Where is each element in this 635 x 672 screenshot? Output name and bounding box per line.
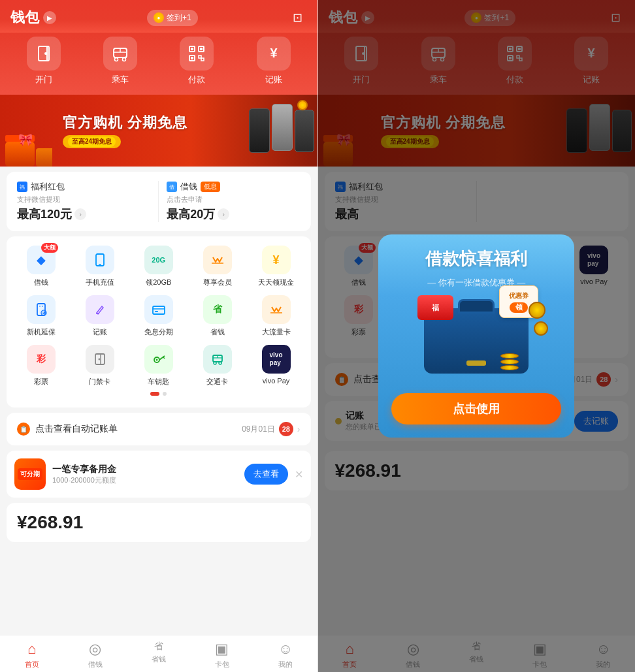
quick-action-pay[interactable]: 付款: [177, 37, 216, 86]
interest-free-icon: [144, 295, 173, 324]
left-bill-section[interactable]: 📋 点击查看自动记账单 09月01日 28 ›: [7, 413, 311, 445]
service-bookkeep[interactable]: 记账: [71, 295, 129, 337]
vivo-pay-icon: vivopay: [262, 345, 291, 374]
promo-btn[interactable]: 去查看: [244, 464, 288, 485]
svg-point-34: [155, 359, 157, 361]
service-vip[interactable]: 尊享会员: [188, 246, 247, 287]
service-transit[interactable]: 交通卡: [188, 345, 247, 387]
service-newphone[interactable]: 新机延保: [12, 295, 71, 337]
bus-icon: [103, 37, 137, 71]
left-amount-section: ¥268.91: [7, 503, 311, 542]
interest-free-label: 免息分期: [144, 327, 173, 337]
left-welfare-card[interactable]: 福 福利红包 支持微信提现 最高120元 ›: [17, 181, 159, 222]
left-checkin-text: 签到+1: [167, 12, 191, 24]
bill-left: 📋 点击查看自动记账单: [17, 423, 118, 436]
loan-card-header: 借 借钱 低息: [167, 181, 300, 193]
daily-cash-icon: ¥: [262, 246, 291, 274]
save-icon: 省: [203, 295, 232, 324]
ledger-label: 记账: [265, 74, 282, 86]
promo-close-icon[interactable]: ✕: [295, 468, 303, 481]
loan-image-area: 福 优惠券 领: [411, 295, 542, 387]
left-loan-card[interactable]: 借 借钱 低息 点击去申请 最高20万 ›: [167, 181, 300, 222]
left-dots-indicator: [12, 387, 306, 398]
nav-mine[interactable]: ☺ 我的: [253, 641, 317, 669]
left-banner[interactable]: 🎀 官方购机 分期免息 至高24期免息: [0, 95, 318, 167]
nav-home[interactable]: ⌂ 首页: [0, 641, 63, 669]
quick-action-bus[interactable]: 乘车: [101, 37, 140, 86]
daily-cash-label: 天天领现金: [258, 278, 294, 287]
newphone-icon: [27, 295, 56, 324]
service-save[interactable]: 省 省钱: [188, 295, 247, 337]
loan-arrow: ›: [218, 208, 229, 220]
dot-2: [163, 392, 167, 396]
bill-count: 28: [279, 422, 293, 436]
loan-coins-right: [529, 302, 548, 336]
bill-arrow-icon: ›: [297, 424, 301, 434]
service-door-card[interactable]: 门禁卡: [71, 345, 129, 387]
svg-rect-14: [200, 48, 203, 50]
nav-loan[interactable]: ◎ 借钱: [63, 641, 127, 669]
service-big-data[interactable]: 大流量卡: [247, 295, 306, 337]
big-data-label: 大流量卡: [262, 327, 291, 337]
save-label: 省钱: [210, 327, 225, 337]
welfare-desc: 支持微信提现: [17, 195, 150, 204]
phone-recharge-icon: [86, 246, 114, 274]
nav-wallet-icon: ▣: [215, 641, 229, 658]
service-lottery[interactable]: 彩 彩票: [12, 345, 71, 387]
car-key-label: 车钥匙: [148, 377, 169, 387]
bill-text: 点击查看自动记账单: [35, 423, 118, 435]
loan-overlay[interactable]: 借款惊喜福利 — 你有一张借款优惠券 — 福: [318, 0, 636, 672]
welfare-arrow: ›: [74, 208, 86, 220]
loan-icon: 借: [167, 182, 177, 192]
svg-rect-16: [201, 58, 204, 61]
left-checkin-coin: ●: [154, 12, 164, 23]
loan-envelope: 福: [417, 295, 453, 320]
promo-desc: 1000-200000元额度: [52, 475, 238, 485]
left-promo-section: 可分期 一笔专享备用金 1000-200000元额度 去查看 ✕: [7, 451, 311, 498]
service-vivo-pay[interactable]: vivopay vivo Pay: [247, 345, 306, 387]
left-quick-actions: 开门 乘车: [0, 33, 318, 95]
service-car-key[interactable]: 车钥匙: [129, 345, 188, 387]
loan-title: 借钱: [180, 181, 197, 193]
nav-wallet[interactable]: ▣ 卡包: [190, 641, 253, 669]
loan-desc: 点击去申请: [167, 195, 300, 204]
nav-save[interactable]: 省 省钱: [127, 641, 190, 669]
promo-icon: 可分期: [14, 458, 46, 490]
loan-popup-title: 借款惊喜福利: [425, 248, 527, 270]
loan-collect-btn[interactable]: 领: [510, 302, 528, 313]
left-scan-icon[interactable]: ⊡: [289, 8, 307, 27]
jiequan-icon: ◆ 大额: [27, 246, 56, 274]
service-interest-free[interactable]: 免息分期: [129, 295, 188, 337]
service-phone-recharge[interactable]: 手机充值: [71, 246, 129, 287]
quick-action-ledger[interactable]: ¥ 记账: [254, 37, 293, 86]
banner-text-area: 官方购机 分期免息 至高24期免息: [63, 113, 307, 148]
open-door-label: 开门: [35, 74, 52, 86]
nav-mine-label: 我的: [278, 660, 293, 669]
big-data-icon: [262, 295, 291, 324]
service-daily-cash[interactable]: ¥ 天天领现金: [247, 246, 306, 287]
svg-rect-24: [153, 306, 165, 314]
nav-home-label: 首页: [25, 660, 39, 669]
left-play-icon[interactable]: ▶: [43, 11, 56, 24]
loan-badge: 低息: [201, 182, 220, 192]
lottery-icon: 彩: [27, 345, 56, 374]
loan-use-btn[interactable]: 点击使用: [391, 393, 561, 424]
left-services-section: ◆ 大额 借钱 手机充值 20G 领20GB: [7, 236, 311, 408]
left-services-grid: ◆ 大额 借钱 手机充值 20G 领20GB: [12, 246, 306, 387]
welfare-card-header: 福 福利红包: [17, 181, 150, 193]
service-get20gb[interactable]: 20G 领20GB: [129, 246, 188, 287]
left-bottom-nav: ⌂ 首页 ◎ 借钱 省 省钱 ▣ 卡包 ☺ 我的: [0, 635, 318, 672]
left-checkin-btn[interactable]: ● 签到+1: [147, 10, 198, 26]
nav-save-label: 省钱: [152, 654, 166, 664]
vivo-pay-label: vivo Pay: [263, 377, 290, 385]
vip-icon: [203, 246, 232, 274]
jiequan-label: 借钱: [34, 278, 48, 287]
quick-action-open-door[interactable]: 开门: [24, 37, 63, 86]
pay-icon: [180, 37, 214, 71]
pay-label: 付款: [188, 74, 205, 86]
banner-sub-badge: 至高24期免息: [63, 135, 121, 148]
service-jiequan[interactable]: ◆ 大额 借钱: [12, 246, 71, 287]
nav-save-icon: 省: [154, 641, 163, 652]
bill-icon: 📋: [17, 423, 30, 436]
svg-point-6: [115, 58, 118, 61]
